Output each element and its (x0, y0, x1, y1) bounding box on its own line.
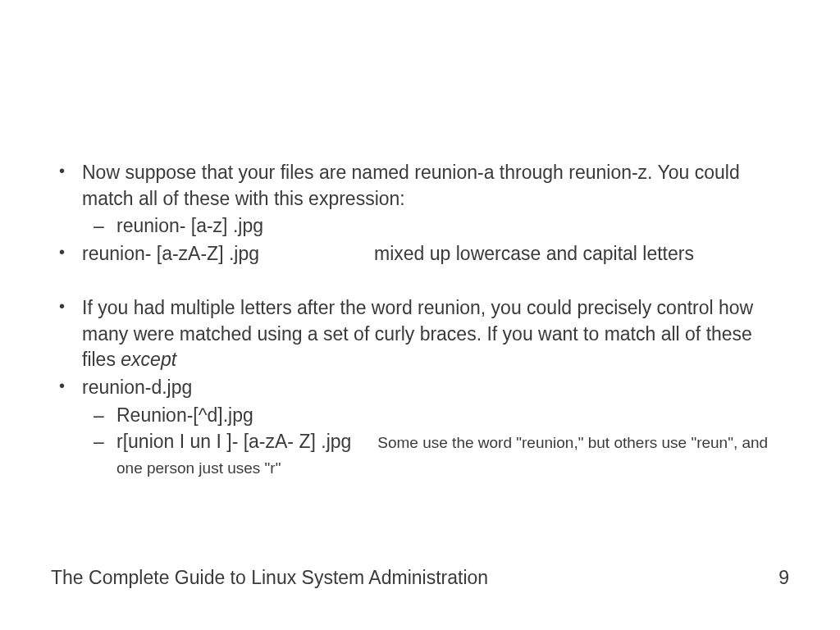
sub-item: reunion- [a-z] .jpg (116, 213, 791, 240)
sub-text-left: r[union I un I ]- [a-zA- Z] .jpg (116, 431, 351, 452)
bullet-list: Now suppose that your files are named re… (49, 160, 791, 481)
bullet-text-right: mixed up lowercase and capital letters (374, 243, 694, 264)
bullet-text-italic: except (121, 349, 176, 370)
bullet-item: If you had multiple letters after the wo… (82, 295, 791, 373)
sub-list: reunion- [a-z] .jpg (82, 213, 791, 240)
bullet-item: reunion- [a-zA-Z] .jpgmixed up lowercase… (82, 241, 791, 267)
bullet-item: Now suppose that your files are named re… (82, 160, 791, 240)
footer-title: The Complete Guide to Linux System Admin… (51, 567, 488, 589)
bullet-text: Now suppose that your files are named re… (82, 162, 740, 209)
sub-text: Reunion-[^d].jpg (116, 404, 253, 426)
bullet-item: reunion-d.jpg Reunion-[^d].jpg r[union I… (82, 375, 791, 481)
bullet-text-left: reunion- [a-zA-Z] .jpg (82, 243, 259, 264)
slide-body: Now suppose that your files are named re… (0, 0, 840, 630)
page-number: 9 (778, 567, 789, 589)
sub-text: reunion- [a-z] .jpg (116, 215, 263, 236)
sub-item: Reunion-[^d].jpg (116, 403, 791, 429)
sub-item: r[union I un I ]- [a-zA- Z] .jpg Some us… (116, 429, 791, 481)
slide-footer: The Complete Guide to Linux System Admin… (51, 567, 789, 589)
bullet-text: If you had multiple letters after the wo… (82, 297, 753, 370)
sub-list: Reunion-[^d].jpg r[union I un I ]- [a-zA… (82, 403, 791, 481)
bullet-text: reunion-d.jpg (82, 377, 192, 398)
blank-row (82, 269, 791, 294)
